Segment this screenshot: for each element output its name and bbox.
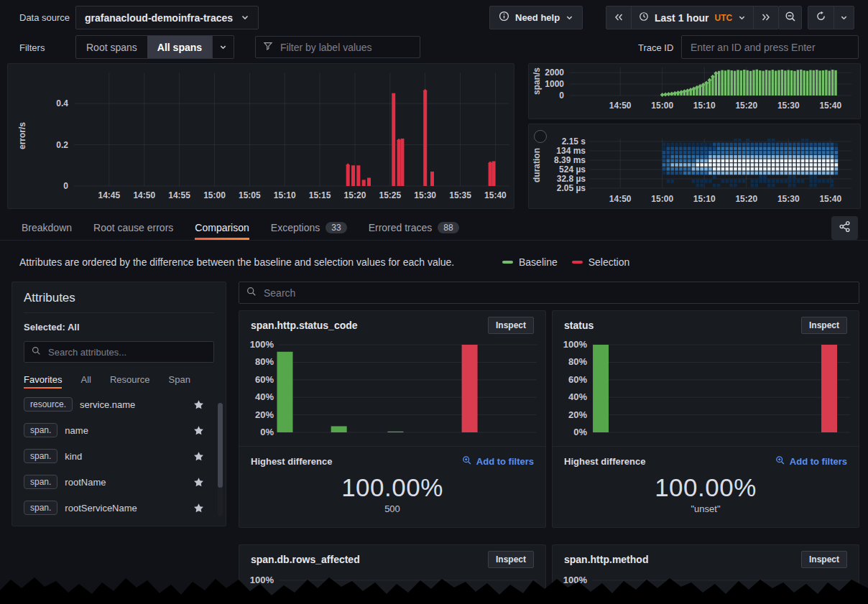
scope-dropdown-button[interactable]	[212, 36, 234, 58]
time-range-label: Last 1 hour	[655, 12, 708, 24]
time-range-button[interactable]: Last 1 hour UTC	[631, 6, 753, 29]
errors-rate-panel: 14:4514:5014:5515:0015:0515:1015:1515:20…	[7, 63, 514, 209]
add-to-filters-link[interactable]: Add to filters	[775, 455, 847, 468]
card-title: status	[564, 320, 594, 331]
attribute-name: name	[65, 425, 193, 436]
duration-heatmap-chart: 2.15 s134 ms8.39 ms524 µs32.8 µs2.05 µs1…	[529, 124, 860, 208]
comparison-search-wrap	[239, 282, 859, 304]
attr-tab-favorites[interactable]: Favorites	[24, 368, 62, 390]
svg-text:span/s: span/s	[532, 68, 542, 95]
svg-text:0%: 0%	[260, 427, 274, 437]
trace-id-input[interactable]	[689, 41, 851, 54]
comparison-note: Attributes are ordered by the difference…	[19, 256, 454, 268]
svg-text:14:45: 14:45	[98, 190, 121, 200]
add-to-filters-link[interactable]: Add to filters	[462, 455, 534, 468]
scope-badge: span.	[24, 423, 57, 437]
inspect-button[interactable]: Inspect	[801, 551, 847, 568]
info-icon	[499, 11, 509, 24]
svg-text:duration: duration	[532, 148, 542, 182]
card-header: span.http.method Inspect	[553, 545, 859, 574]
card-header: span.http.status_code Inspect	[239, 311, 545, 340]
list-item[interactable]: resource. service.name	[24, 391, 214, 417]
legend-selection: Selection	[572, 256, 630, 268]
inspect-button[interactable]: Inspect	[488, 551, 534, 568]
errors-rate-chart: 14:4514:5014:5515:0015:0515:1015:1515:20…	[8, 64, 514, 208]
legend-label: Selection	[588, 256, 630, 268]
card-header: span.db.rows_affected Inspect	[239, 545, 545, 574]
tab-label: Breakdown	[22, 222, 72, 233]
search-icon	[246, 287, 257, 299]
attributes-list: resource. service.name span. name span. …	[24, 391, 214, 521]
star-icon[interactable]	[193, 477, 204, 488]
tab-comparison[interactable]: Comparison	[195, 215, 249, 240]
star-icon[interactable]	[193, 425, 204, 436]
svg-text:15:15: 15:15	[309, 190, 331, 200]
tab-root-cause-errors[interactable]: Root cause errors	[93, 215, 173, 240]
refresh-icon	[816, 11, 826, 24]
attribute-name: service.name	[80, 399, 193, 410]
time-picker: Last 1 hour UTC	[606, 6, 779, 29]
comparison-search-input[interactable]	[262, 287, 851, 299]
need-help-button[interactable]: Need help	[489, 6, 583, 29]
refresh-interval-button[interactable]	[834, 6, 854, 29]
need-help-label: Need help	[515, 12, 560, 23]
scope-badge: span.	[24, 449, 57, 463]
refresh-button[interactable]	[808, 6, 834, 29]
star-icon[interactable]	[193, 451, 204, 462]
tab-errored-traces[interactable]: Errored traces 88	[369, 215, 459, 240]
list-item[interactable]: span. name	[24, 417, 214, 443]
card-title: span.http.status_code	[251, 320, 358, 331]
scope-badge: span.	[24, 501, 57, 515]
scope-option-root-spans[interactable]: Root spans	[76, 36, 147, 58]
list-item[interactable]: span. rootServiceName	[24, 495, 214, 521]
attribute-name: rootServiceName	[65, 503, 193, 514]
time-range-forward-button[interactable]	[753, 6, 778, 29]
tab-label: Root cause errors	[93, 222, 173, 233]
svg-text:14:50: 14:50	[609, 101, 632, 111]
attributes-tabs: Favorites All Resource Span	[24, 368, 214, 390]
zoom-out-icon	[785, 11, 796, 25]
attr-tab-all[interactable]: All	[80, 368, 91, 390]
attr-tab-span[interactable]: Span	[169, 368, 190, 390]
svg-text:1000: 1000	[545, 79, 564, 89]
scrollbar-thumb[interactable]	[218, 403, 223, 488]
highest-difference-name: 500	[251, 503, 534, 514]
timezone-label: UTC	[714, 13, 732, 23]
list-item[interactable]: span. kind	[24, 443, 214, 469]
inspect-button[interactable]: Inspect	[801, 317, 847, 334]
star-icon[interactable]	[193, 503, 204, 514]
svg-text:0.2: 0.2	[56, 140, 68, 150]
svg-text:60%: 60%	[568, 374, 587, 385]
svg-text:15:35: 15:35	[449, 190, 471, 200]
zoom-out-button[interactable]	[778, 6, 802, 29]
share-button[interactable]	[831, 216, 858, 240]
list-item[interactable]: span. rootName	[24, 469, 214, 495]
svg-text:15:10: 15:10	[693, 194, 716, 204]
add-to-filters-label: Add to filters	[476, 456, 534, 467]
datasource-picker[interactable]: grafanacloud-demoinfra-traces	[75, 6, 259, 29]
tab-label: Exceptions	[271, 222, 320, 233]
card-span-db-rows-affected: span.db.rows_affected Inspect 100%	[239, 544, 546, 604]
svg-text:0.4: 0.4	[56, 98, 68, 108]
attributes-search-input[interactable]	[47, 346, 206, 358]
attr-tab-resource[interactable]: Resource	[110, 368, 150, 390]
svg-text:15:20: 15:20	[735, 101, 757, 111]
tab-label: Comparison	[195, 222, 249, 233]
star-icon[interactable]	[193, 399, 204, 410]
tab-breakdown[interactable]: Breakdown	[22, 215, 72, 240]
card-footer: Highest difference Add to filters 100.00…	[239, 446, 545, 527]
label-filter-input-wrap	[255, 36, 420, 58]
svg-text:100%: 100%	[563, 340, 588, 350]
svg-text:0: 0	[559, 90, 564, 101]
tab-exceptions[interactable]: Exceptions 33	[271, 215, 347, 240]
inspect-button[interactable]: Inspect	[488, 317, 534, 334]
card-span-http-status-code: span.http.status_code Inspect 0%20%40%60…	[239, 310, 546, 528]
errored-traces-count-badge: 88	[438, 222, 458, 233]
duration-metric-radio[interactable]	[534, 130, 547, 143]
scope-option-all-spans[interactable]: All spans	[147, 36, 212, 58]
svg-text:15:25: 15:25	[379, 190, 401, 200]
attributes-search-wrap	[24, 341, 214, 363]
label-filter-input[interactable]	[279, 41, 412, 54]
time-range-back-button[interactable]	[606, 6, 631, 29]
highest-difference-value: 100.00%	[251, 473, 534, 502]
